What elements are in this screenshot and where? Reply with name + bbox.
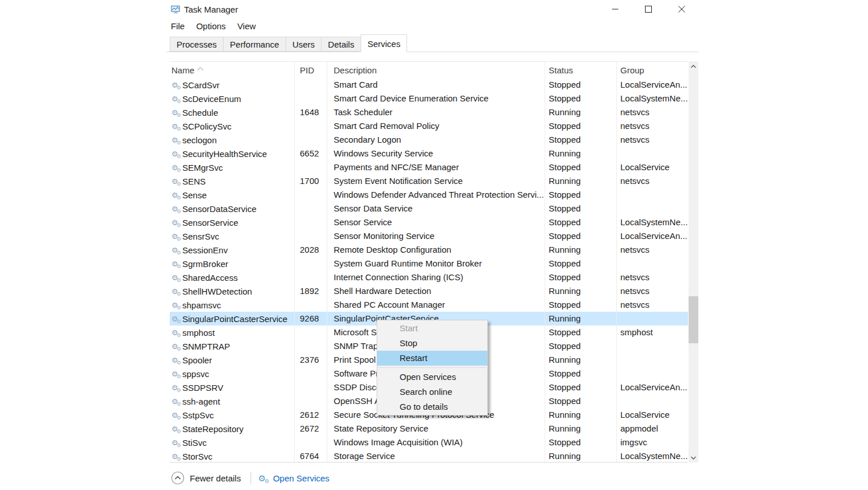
table-cell: Smart Card Removal Policy bbox=[327, 119, 545, 133]
service-name-label: Sense bbox=[182, 190, 207, 200]
maximize-button[interactable] bbox=[632, 0, 665, 18]
service-gear-icon: ⚙⚙ bbox=[171, 136, 181, 144]
table-cell: State Repository Service bbox=[327, 422, 545, 436]
footer-bar: Fewer details ⚙⚙ Open Services bbox=[166, 463, 698, 490]
table-cell bbox=[616, 257, 688, 271]
service-name-cell: ⚙⚙SCardSvr bbox=[170, 78, 294, 92]
service-name-label: SharedAccess bbox=[182, 273, 238, 283]
table-cell: Sensor Data Service bbox=[327, 202, 545, 215]
table-row[interactable]: ⚙⚙StateRepository2672State Repository Se… bbox=[170, 422, 688, 436]
table-cell: appmodel bbox=[616, 422, 688, 436]
table-cell bbox=[616, 367, 688, 381]
table-cell: Stopped bbox=[545, 367, 616, 381]
menubar-item-options[interactable]: Options bbox=[190, 20, 232, 32]
table-row[interactable]: ⚙⚙StorSvc6764Storage ServiceRunningLocal… bbox=[170, 449, 688, 462]
service-name-cell: ⚙⚙SEMgrSvc bbox=[170, 160, 294, 174]
table-cell: Stopped bbox=[545, 229, 616, 243]
table-row[interactable]: ⚙⚙SensrSvcSensor Monitoring ServiceStopp… bbox=[170, 229, 688, 243]
table-row[interactable]: ⚙⚙SgrmBrokerSystem Guard Runtime Monitor… bbox=[170, 257, 688, 271]
menubar-item-view[interactable]: View bbox=[232, 20, 261, 32]
table-row[interactable]: ⚙⚙SharedAccessInternet Connection Sharin… bbox=[170, 271, 688, 284]
table-cell: LocalServiceAn... bbox=[616, 78, 688, 92]
table-row[interactable]: ⚙⚙SessionEnv2028Remote Desktop Configura… bbox=[170, 243, 688, 257]
table-row[interactable]: ⚙⚙SenseWindows Defender Advanced Threat … bbox=[170, 188, 688, 202]
tab-details[interactable]: Details bbox=[321, 37, 361, 52]
scroll-up-icon[interactable] bbox=[689, 61, 698, 71]
table-row[interactable]: ⚙⚙SCardSvrSmart CardStoppedLocalServiceA… bbox=[170, 78, 688, 92]
table-cell: 1648 bbox=[294, 105, 327, 119]
table-row[interactable]: ⚙⚙SecurityHealthService6652Windows Secur… bbox=[170, 147, 688, 160]
table-cell bbox=[294, 326, 327, 339]
column-header-description[interactable]: Description bbox=[327, 62, 545, 78]
table-row[interactable]: ⚙⚙ShellHWDetection1892Shell Hardware Det… bbox=[170, 284, 688, 298]
service-name-cell: ⚙⚙SensrSvc bbox=[170, 229, 294, 243]
table-cell: Running bbox=[545, 353, 616, 367]
menubar-item-file[interactable]: File bbox=[166, 20, 190, 32]
tab-processes[interactable]: Processes bbox=[170, 37, 224, 52]
fewer-details-button[interactable]: Fewer details bbox=[171, 471, 241, 485]
desktop-background: Task Manager FileOptionsView ProcessesPe… bbox=[0, 0, 868, 490]
service-name-label: Spooler bbox=[182, 355, 212, 365]
table-cell: Running bbox=[545, 174, 616, 188]
table-cell bbox=[294, 257, 327, 271]
tab-services[interactable]: Services bbox=[361, 34, 408, 52]
table-cell: Running bbox=[545, 422, 616, 436]
table-row[interactable]: ⚙⚙SensorDataServiceSensor Data ServiceSt… bbox=[170, 202, 688, 215]
service-gear-icon: ⚙⚙ bbox=[171, 301, 181, 309]
table-cell: netsvcs bbox=[616, 119, 688, 133]
context-menu-item-search-online[interactable]: Search online bbox=[377, 385, 487, 399]
service-name-label: StiSvc bbox=[182, 438, 207, 448]
table-cell: 1700 bbox=[294, 174, 327, 188]
vertical-scrollbar[interactable] bbox=[689, 61, 698, 462]
table-row[interactable]: ⚙⚙ScDeviceEnumSmart Card Device Enumerat… bbox=[170, 92, 688, 105]
service-name-label: SensorService bbox=[182, 218, 238, 228]
column-header-status[interactable]: Status bbox=[545, 62, 616, 78]
table-row[interactable]: ⚙⚙SENS1700System Event Notification Serv… bbox=[170, 174, 688, 188]
table-row[interactable]: ⚙⚙SensorServiceSensor ServiceStoppedLoca… bbox=[170, 215, 688, 229]
context-menu: StartStopRestartOpen ServicesSearch onli… bbox=[377, 320, 488, 415]
table-cell bbox=[294, 119, 327, 133]
column-separator bbox=[616, 62, 617, 462]
minimize-button[interactable] bbox=[599, 0, 632, 18]
table-cell: Stopped bbox=[545, 202, 616, 215]
table-cell: System Event Notification Service bbox=[327, 174, 545, 188]
table-cell bbox=[616, 339, 688, 353]
table-cell: Secondary Logon bbox=[327, 133, 545, 147]
scrollbar-thumb[interactable] bbox=[689, 296, 698, 343]
open-services-link[interactable]: ⚙⚙ Open Services bbox=[258, 473, 329, 483]
table-row[interactable]: ⚙⚙Schedule1648Task SchedulerRunningnetsv… bbox=[170, 105, 688, 119]
column-header-name[interactable]: Name bbox=[170, 62, 294, 78]
column-header-pid[interactable]: PID bbox=[294, 62, 327, 78]
column-header-group[interactable]: Group bbox=[616, 62, 688, 78]
service-name-cell: ⚙⚙Spooler bbox=[170, 353, 294, 367]
service-gear-icon: ⚙⚙ bbox=[171, 274, 181, 281]
table-row[interactable]: ⚙⚙shpamsvcShared PC Account ManagerStopp… bbox=[170, 298, 688, 312]
table-cell bbox=[294, 215, 327, 229]
service-name-label: SstpSvc bbox=[182, 410, 214, 420]
table-cell: Running bbox=[545, 408, 616, 422]
table-row[interactable]: ⚙⚙SCPolicySvcSmart Card Removal PolicySt… bbox=[170, 119, 688, 133]
scroll-down-icon[interactable] bbox=[689, 453, 698, 462]
context-menu-item-go-to-details[interactable]: Go to details bbox=[377, 399, 487, 414]
table-cell: 2672 bbox=[294, 422, 327, 436]
table-cell: Sensor Monitoring Service bbox=[327, 229, 545, 243]
table-cell bbox=[616, 394, 688, 408]
close-button[interactable] bbox=[665, 0, 698, 18]
title-bar[interactable]: Task Manager bbox=[166, 0, 698, 18]
context-menu-item-stop[interactable]: Stop bbox=[377, 336, 487, 351]
table-cell bbox=[616, 147, 688, 160]
tab-performance[interactable]: Performance bbox=[223, 37, 286, 52]
context-menu-item-restart[interactable]: Restart bbox=[377, 351, 487, 366]
service-gear-icon: ⚙⚙ bbox=[171, 356, 181, 364]
service-name-cell: ⚙⚙SNMPTRAP bbox=[170, 339, 294, 353]
table-row[interactable]: ⚙⚙SEMgrSvcPayments and NFC/SE ManagerSto… bbox=[170, 160, 688, 174]
services-gear-icon: ⚙⚙ bbox=[258, 474, 269, 483]
tab-users[interactable]: Users bbox=[286, 37, 322, 52]
context-menu-item-open-services[interactable]: Open Services bbox=[377, 370, 487, 385]
table-row[interactable]: ⚙⚙seclogonSecondary LogonStoppednetsvcs bbox=[170, 133, 688, 147]
table-row[interactable]: ⚙⚙StiSvcWindows Image Acquisition (WIA)S… bbox=[170, 436, 688, 449]
table-cell: Shell Hardware Detection bbox=[327, 284, 545, 298]
service-name-label: Schedule bbox=[182, 108, 218, 117]
table-cell: netsvcs bbox=[616, 271, 688, 284]
table-cell: Remote Desktop Configuration bbox=[327, 243, 545, 257]
